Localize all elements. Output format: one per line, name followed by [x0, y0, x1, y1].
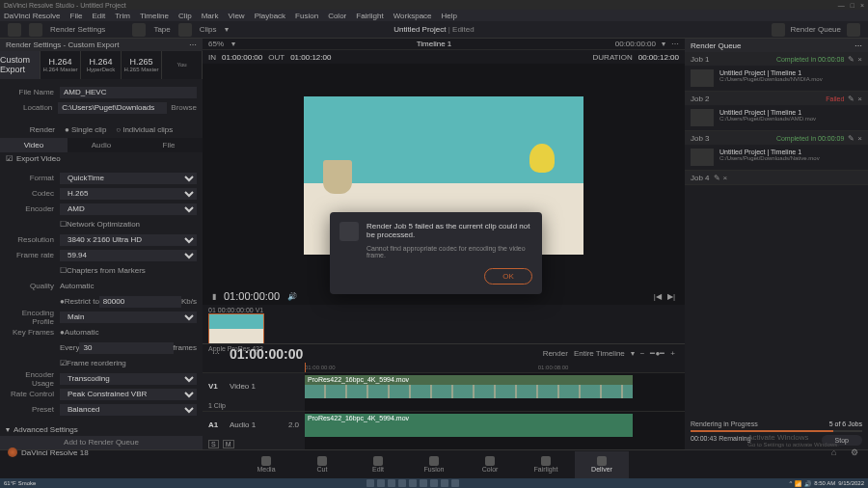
panel-menu-icon[interactable]: ⋯	[189, 41, 197, 49]
encoder-select[interactable]: AMD	[60, 203, 197, 215]
nav-cut[interactable]: Cut	[295, 451, 349, 478]
zoom-slider[interactable]: ━●━	[650, 349, 665, 358]
timeline-menu-icon[interactable]: ⋯	[212, 349, 220, 358]
tape-icon[interactable]	[132, 23, 146, 37]
menu-help[interactable]: Help	[442, 12, 457, 20]
browse-button[interactable]: Browse	[171, 103, 197, 112]
audio-icon[interactable]: 🔊	[287, 292, 297, 301]
volume-icon[interactable]: 🔊	[804, 480, 811, 487]
framerate-select[interactable]: 59.94	[60, 250, 197, 261]
nav-media[interactable]: Media	[239, 451, 293, 478]
render-scope-select[interactable]: Entire Timeline	[574, 349, 625, 358]
single-clip-radio[interactable]: ● Single clip	[65, 125, 106, 134]
search-icon[interactable]	[377, 479, 385, 487]
app-icon-4[interactable]	[451, 479, 459, 487]
clip-thumbnail[interactable]	[208, 313, 264, 344]
nav-fairlight[interactable]: Fairlight	[519, 451, 573, 478]
edit-icon[interactable]: ✎	[848, 55, 854, 64]
encusage-select[interactable]: Transcoding	[60, 373, 197, 385]
format-select[interactable]: QuickTime	[60, 173, 197, 184]
v1-track-header[interactable]: V1Video 1	[203, 373, 305, 399]
home-icon[interactable]: ⌂	[831, 447, 841, 457]
preset-h265[interactable]: H.265H.265 Master	[122, 51, 162, 79]
range-marker-icon[interactable]: ▮	[212, 292, 216, 301]
render-settings-icon[interactable]	[29, 23, 42, 37]
edge-icon[interactable]	[409, 479, 417, 487]
menu-playback[interactable]: Playback	[255, 12, 285, 20]
tray-chevron-icon[interactable]: ^	[789, 480, 792, 486]
preset-h264-hyperdeck[interactable]: H.264HyperDeck	[81, 51, 122, 79]
render-queue-icon[interactable]	[772, 23, 785, 37]
chevron-down-icon[interactable]: ▾	[225, 25, 229, 34]
tape-label[interactable]: Tape	[153, 25, 170, 34]
edit-icon[interactable]: ✎	[714, 174, 720, 182]
individual-clips-radio[interactable]: ○ Individual clips	[116, 125, 173, 134]
zoom-out-icon[interactable]: −	[640, 349, 645, 358]
preset-select[interactable]: Balanced	[60, 404, 197, 416]
video-clip[interactable]: ProRes422_16bpc_4K_5994.mov	[305, 375, 633, 398]
menu-trim[interactable]: Trim	[115, 12, 130, 20]
menu-workspace[interactable]: Workspace	[393, 12, 432, 20]
weather-temp[interactable]: 61°F	[4, 480, 16, 486]
menu-fusion[interactable]: Fusion	[295, 12, 318, 20]
menu-clip[interactable]: Clip	[178, 12, 192, 20]
wifi-icon[interactable]: 📶	[795, 480, 801, 487]
audio-clip[interactable]: ProRes422_16bpc_4K_5994.mov	[305, 414, 633, 437]
render-queue-label[interactable]: Render Queue	[791, 25, 841, 34]
chapters-checkbox[interactable]: ☐	[60, 266, 67, 275]
explorer-icon[interactable]	[398, 479, 406, 487]
sidebar-toggle-icon[interactable]	[8, 23, 21, 37]
ok-button[interactable]: OK	[484, 268, 532, 285]
resolution-select[interactable]: 3840 x 2160 Ultra HD	[60, 234, 197, 246]
zoom-chevron-icon[interactable]: ▾	[231, 40, 235, 48]
menu-timeline[interactable]: Timeline	[140, 12, 169, 20]
clock-date[interactable]: 9/15/2022	[838, 480, 864, 486]
app-icon[interactable]	[420, 479, 427, 487]
tab-audio[interactable]: Audio	[68, 138, 135, 152]
timeline-ruler[interactable]: 01:00:00:00 01:00:08:00	[203, 363, 685, 372]
center-menu-icon[interactable]: ⋯	[671, 40, 679, 48]
expand-icon[interactable]	[847, 23, 860, 37]
prev-clip-icon[interactable]: |◀	[654, 292, 662, 301]
tab-video[interactable]: Video	[0, 138, 68, 152]
minimize-icon[interactable]: —	[838, 2, 845, 9]
nav-fusion[interactable]: Fusion	[407, 451, 461, 478]
frame-reorder-checkbox[interactable]: ☑	[60, 359, 67, 367]
remove-icon[interactable]: ×	[723, 174, 728, 182]
queue-menu-icon[interactable]: ⋯	[854, 41, 862, 50]
preset-more[interactable]: You	[162, 51, 203, 79]
a1-track-header[interactable]: A1Audio 12.0	[203, 412, 305, 438]
preset-custom[interactable]: Custom Export	[0, 51, 41, 79]
restrict-input[interactable]	[99, 296, 181, 308]
nav-edit[interactable]: Edit	[351, 451, 405, 478]
menu-mark[interactable]: Mark	[202, 12, 219, 20]
windows-taskbar[interactable]: 61°F Smoke ^ 📶 🔊 8:50 AM 9/15/2022	[0, 478, 868, 488]
keyframes-input[interactable]	[79, 342, 173, 354]
render-settings-label[interactable]: Render Settings	[50, 25, 105, 34]
clock-time[interactable]: 8:50 AM	[814, 480, 835, 486]
edit-icon[interactable]: ✎	[848, 95, 854, 103]
menu-file[interactable]: File	[70, 12, 83, 20]
advanced-chevron-icon[interactable]: ▾	[6, 425, 10, 434]
location-input[interactable]	[58, 102, 167, 114]
gear-icon[interactable]: ⚙	[851, 447, 860, 457]
nav-color[interactable]: Color	[463, 451, 517, 478]
remove-icon[interactable]: ×	[857, 134, 862, 143]
codec-select[interactable]: H.265	[60, 188, 197, 200]
queue-job-3[interactable]: Job 3Completed in 00:00:09✎× Untitled Pr…	[685, 131, 868, 171]
nav-deliver[interactable]: Deliver	[575, 451, 629, 478]
export-video-checkbox[interactable]: ☑	[6, 154, 13, 163]
menu-view[interactable]: View	[228, 12, 244, 20]
edit-icon[interactable]: ✎	[848, 134, 854, 143]
solo-button[interactable]: S	[208, 440, 219, 448]
remove-icon[interactable]: ×	[857, 55, 862, 64]
clips-icon[interactable]	[178, 23, 192, 37]
encprofile-select[interactable]: Main	[60, 312, 197, 323]
zoom-in-icon[interactable]: +	[670, 349, 675, 358]
tc-chevron-icon[interactable]: ▾	[662, 40, 665, 48]
clips-label[interactable]: Clips	[200, 25, 217, 34]
playhead[interactable]	[305, 363, 306, 372]
queue-job-1[interactable]: Job 1Completed in 00:00:08✎× Untitled Pr…	[685, 52, 868, 92]
ratecontrol-select[interactable]: Peak Constrained VBR	[60, 389, 197, 400]
netopt-checkbox[interactable]: ☐	[60, 220, 67, 229]
